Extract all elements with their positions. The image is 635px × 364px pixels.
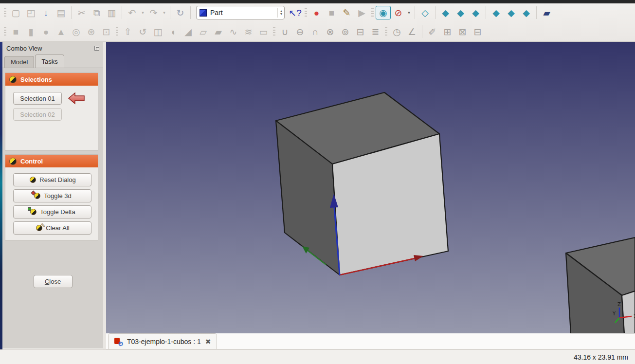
- redo-icon[interactable]: ↷: [146, 6, 161, 19]
- toolbar-handle[interactable]: [305, 8, 307, 17]
- toolbar-handle[interactable]: [371, 8, 374, 17]
- toolbar-separator: [122, 6, 122, 19]
- toolbar-handle[interactable]: [4, 8, 6, 17]
- close-document-icon[interactable]: ✖: [205, 338, 211, 346]
- extrude-icon[interactable]: ⇧: [120, 25, 135, 38]
- red-arrow-annotation: [67, 91, 87, 105]
- measure-toggle-all-icon[interactable]: ⊞: [440, 25, 455, 38]
- cross-sections-icon[interactable]: ⊟: [353, 25, 368, 38]
- boolean-cut-icon[interactable]: ⊖: [292, 25, 308, 38]
- y-axis-label: Y: [612, 311, 616, 316]
- cube2-right-face[interactable]: [622, 291, 635, 333]
- macro-record-icon[interactable]: ●: [309, 6, 324, 19]
- measure-refresh-icon[interactable]: ✐: [425, 25, 440, 38]
- part-tools-toolbar: ■▮●▲◎⊛⊡⇧↺◫◖◢▱▰∿≋▭∪⊖∩⊗⊚⊟≣◷∠✐⊞⊠⊟: [2, 25, 485, 38]
- view-top-icon[interactable]: ◆: [453, 6, 468, 19]
- print-icon[interactable]: ▤: [54, 6, 69, 19]
- combo-view-title: Combo View: [6, 45, 42, 52]
- part-cylinder-icon[interactable]: ▮: [23, 25, 38, 38]
- redo-more-icon[interactable]: ▾: [161, 6, 167, 19]
- freecad-document-icon: ⚙: [114, 338, 123, 346]
- measure-tape-icon: [9, 76, 17, 83]
- view-dimensions-text: 43.16 x 23.91 mm: [574, 353, 628, 361]
- part-cone-icon[interactable]: ▲: [54, 25, 69, 38]
- selections-section-title: Selections: [20, 76, 52, 83]
- undo-more-icon[interactable]: ▾: [140, 6, 146, 19]
- measure-angular-icon[interactable]: ∠: [404, 25, 419, 38]
- 3d-scene: Z X Y: [106, 42, 635, 333]
- measure-toggle-3d-icon[interactable]: ⊠: [455, 25, 470, 38]
- selection-01-button[interactable]: Selection 01: [13, 92, 62, 105]
- open-file-icon[interactable]: ◰: [23, 6, 38, 19]
- toggle-delta-button[interactable]: Toggle Delta: [13, 205, 91, 218]
- measure-distance-icon[interactable]: ▰: [539, 6, 554, 19]
- view-right-icon[interactable]: ◆: [468, 6, 483, 19]
- draw-style-icon[interactable]: ⊘: [391, 6, 406, 19]
- boolean-section-icon[interactable]: ⊗: [323, 25, 338, 38]
- control-section-header: Control: [5, 155, 98, 167]
- document-tab[interactable]: ⚙ T03-ejemplo-1-cubos : 1 ✖: [108, 333, 217, 349]
- tab-model[interactable]: Model: [4, 56, 34, 68]
- part-box-icon[interactable]: ■: [8, 25, 23, 38]
- thickness-icon[interactable]: ▭: [256, 25, 271, 38]
- paste-icon[interactable]: ▥: [104, 6, 119, 19]
- copy-icon[interactable]: ⧉: [89, 6, 104, 19]
- tab-tasks[interactable]: Tasks: [35, 55, 64, 68]
- toolbar-separator: [486, 6, 486, 19]
- sweep-icon[interactable]: ∿: [226, 25, 241, 38]
- shape-builder-icon[interactable]: ⊡: [99, 25, 114, 38]
- measure-tape-icon: [29, 176, 36, 183]
- float-panel-icon[interactable]: [94, 46, 99, 51]
- measure-tape-icon: [9, 158, 17, 165]
- fit-all-icon[interactable]: ◉: [376, 6, 391, 19]
- toolbar-handle[interactable]: [4, 27, 6, 36]
- undo-icon[interactable]: ↶: [125, 6, 140, 19]
- close-button[interactable]: Close: [34, 275, 73, 288]
- new-file-icon[interactable]: ▢: [8, 6, 23, 19]
- save-file-icon[interactable]: ↓: [38, 6, 54, 19]
- toggle-3d-button[interactable]: Toggle 3d: [13, 189, 91, 202]
- toolbar-handle[interactable]: [385, 27, 387, 36]
- cut-icon[interactable]: ✂: [74, 6, 89, 19]
- whats-this-icon[interactable]: ↖?: [288, 6, 303, 19]
- part-primitives-icon[interactable]: ⊛: [84, 25, 99, 38]
- file-edit-toolbar: ▢◰↓▤✂⧉▥↶▾↷▾↻: [2, 6, 193, 19]
- draw-style-more-icon[interactable]: ▾: [406, 6, 412, 19]
- toolbar-separator: [536, 6, 537, 19]
- reset-dialog-button[interactable]: Reset Dialog: [13, 173, 91, 186]
- view-bottom-icon[interactable]: ◆: [504, 6, 519, 19]
- chamfer-icon[interactable]: ◢: [181, 25, 196, 38]
- measure-toggle-delta-icon[interactable]: ⊟: [470, 25, 485, 38]
- clear-all-button[interactable]: ✎ Clear All: [13, 221, 91, 235]
- part-torus-icon[interactable]: ◎: [69, 25, 84, 38]
- compound-icon[interactable]: ≣: [368, 25, 383, 38]
- make-face-icon[interactable]: ▱: [196, 25, 211, 38]
- boolean-union-icon[interactable]: ∪: [277, 25, 292, 38]
- check-geometry-icon[interactable]: ⊚: [338, 25, 353, 38]
- measure-linear-icon[interactable]: ◷: [389, 25, 404, 38]
- selections-section-header: Selections: [5, 73, 98, 86]
- view-rear-icon[interactable]: ◆: [489, 6, 504, 19]
- window-top-strip: [0, 0, 635, 3]
- part-sphere-icon[interactable]: ●: [38, 25, 54, 38]
- toolbar-handle[interactable]: [116, 27, 118, 36]
- loft-icon[interactable]: ≋: [241, 25, 256, 38]
- ruled-surface-icon[interactable]: ▰: [211, 25, 226, 38]
- 3d-viewport[interactable]: Z X Y: [106, 42, 635, 333]
- macro-execute-icon[interactable]: ▶: [354, 6, 369, 19]
- combo-view-tabs: Model Tasks: [2, 55, 103, 68]
- macro-stop-icon[interactable]: ■: [324, 6, 339, 19]
- workbench-selector-spinner[interactable]: ▴▾: [277, 8, 282, 18]
- fillet-icon[interactable]: ◖: [165, 25, 181, 38]
- toolbar-handle[interactable]: [273, 27, 275, 36]
- refresh-icon[interactable]: ↻: [173, 6, 188, 19]
- view-left-icon[interactable]: ◆: [519, 6, 534, 19]
- boolean-common-icon[interactable]: ∩: [308, 25, 323, 38]
- mirror-icon[interactable]: ◫: [150, 25, 165, 38]
- view-front-icon[interactable]: ◆: [438, 6, 453, 19]
- workbench-selector[interactable]: Part ▴▾: [196, 6, 285, 19]
- macro-edit-icon[interactable]: ✎: [339, 6, 354, 19]
- workbench-selector-value: Part: [210, 9, 277, 17]
- view-axonometric-icon[interactable]: ◇: [417, 6, 433, 19]
- revolve-icon[interactable]: ↺: [135, 25, 150, 38]
